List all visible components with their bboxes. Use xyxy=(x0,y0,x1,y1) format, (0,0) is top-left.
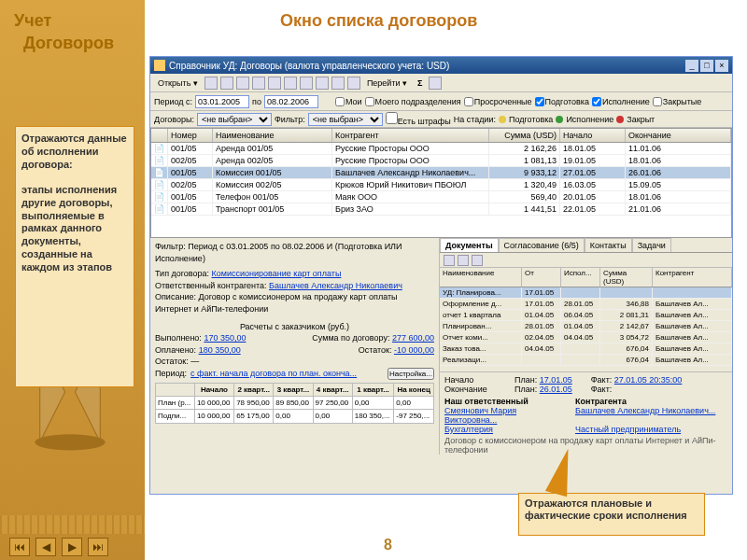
period-filter-bar: Период с: по Мои Моего подразделения Про… xyxy=(150,92,732,111)
doc-row[interactable]: Реализаци...676,04Башлачев Ал... xyxy=(440,355,732,366)
dcol-sum[interactable]: Сумма (USD) xyxy=(600,268,653,287)
doc-row[interactable]: Оформление д...17.01.0528.01.05346,88Баш… xyxy=(440,299,732,310)
fines-checkbox[interactable]: Есть штрафы xyxy=(386,112,451,126)
toolbar-icon-9[interactable] xyxy=(331,77,345,90)
done-link[interactable]: 170 350,00 xyxy=(204,333,246,343)
contracts-grid: Номер Наименование Контрагент Сумма (USD… xyxy=(150,128,732,238)
period-link[interactable]: с факт. начала договора по план. оконча.… xyxy=(190,368,384,380)
stage-exec: Исполнение xyxy=(566,115,613,124)
col-number[interactable]: Номер xyxy=(168,129,213,142)
dcol-name[interactable]: Наименование xyxy=(440,268,522,287)
doc-row[interactable]: УД: Планирова...17.01.05 xyxy=(440,287,732,299)
mysub-checkbox[interactable]: Моего подразделения xyxy=(365,97,461,106)
nav-prev[interactable]: ◀ xyxy=(35,538,56,556)
doc-row[interactable]: отчет 1 квартала01.04.0506.04.052 081,31… xyxy=(440,310,732,321)
doc-row[interactable]: Отчет коми...02.04.0504.04.053 054,72Баш… xyxy=(440,332,732,343)
col-end[interactable]: Окончание xyxy=(626,129,731,142)
window-title: Справочник УД: Договоры (валюта управлен… xyxy=(169,61,449,71)
calc-table: Начало2 кварт...3 кварт...4 кварт...1 кв… xyxy=(155,383,434,424)
tab-approval[interactable]: Согласование (6/5) xyxy=(499,238,585,252)
details-left: Фильтр: Период с 03.01.2005 по 08.02.200… xyxy=(150,238,440,455)
nav-next[interactable]: ▶ xyxy=(62,538,82,556)
closed-checkbox[interactable]: Закрытые xyxy=(653,97,701,106)
tab-contacts[interactable]: Контакты xyxy=(585,238,632,252)
toolbar-icon-5[interactable] xyxy=(268,77,281,90)
paid-link[interactable]: 180 350,00 xyxy=(199,345,241,355)
toolbar-icon-4[interactable] xyxy=(252,77,265,90)
app-window: Справочник УД: Договоры (валюта управлен… xyxy=(149,56,733,495)
callout-bottom: Отражаются плановые и фактические сроки … xyxy=(518,493,705,536)
toolbar-icon-6[interactable] xyxy=(284,77,297,90)
our-resp-link[interactable]: Смеянович Мария Викторовна... xyxy=(444,406,566,425)
plan-end-link[interactable]: 26.01.05 xyxy=(540,385,572,394)
nav-last[interactable]: ⏭ xyxy=(88,538,108,556)
toolbar-icon-7[interactable] xyxy=(300,77,313,90)
toolbar-icon-1[interactable] xyxy=(204,77,218,90)
date-to-input[interactable] xyxy=(264,95,318,108)
entity-link[interactable]: Частный предприниматель xyxy=(575,425,681,434)
col-icon[interactable] xyxy=(151,129,168,142)
sum-link[interactable]: 277 600,00 xyxy=(392,333,434,343)
open-button[interactable]: Открыть ▾ xyxy=(154,77,202,89)
my-checkbox[interactable]: Мои xyxy=(335,97,362,106)
grid-row[interactable]: 📄002/05Аренда 002/05Русские Просторы ООО… xyxy=(151,155,731,167)
dcol-exec[interactable]: Испол... xyxy=(561,268,600,287)
filter-select[interactable]: <не выбран> xyxy=(308,113,383,126)
grid-row[interactable]: 📄001/05Телефон 001/05Маяк ООО569,4020.01… xyxy=(151,191,731,203)
settings-button[interactable]: Настройка... xyxy=(388,368,434,380)
date-picker-icon[interactable] xyxy=(321,96,332,107)
window-titlebar[interactable]: Справочник УД: Договоры (валюта управлен… xyxy=(150,57,732,74)
grid-row[interactable]: 📄001/05Аренда 001/05Русские Просторы ООО… xyxy=(151,143,731,155)
contract-type-link[interactable]: Комиссионирование карт оплаты xyxy=(212,269,342,278)
docs-toolbar xyxy=(440,253,732,268)
grid-row[interactable]: 📄001/05Комиссия 001/05Башлачев Александр… xyxy=(151,167,731,179)
close-button[interactable]: × xyxy=(715,60,728,72)
nav-first[interactable]: ⏮ xyxy=(9,538,30,556)
docs-tool-3[interactable] xyxy=(472,255,483,266)
dcol-ctr[interactable]: Контрагент xyxy=(653,268,732,287)
app-icon xyxy=(154,60,165,71)
date-from-input[interactable] xyxy=(195,95,249,108)
tab-tasks[interactable]: Задачи xyxy=(632,238,671,252)
toolbar-icon-2[interactable] xyxy=(220,77,233,90)
exec-checkbox[interactable]: Исполнение xyxy=(592,97,650,106)
col-start[interactable]: Начало xyxy=(560,129,626,142)
stage-prep: Подготовка xyxy=(509,115,553,124)
plan-start-link[interactable]: 17.01.05 xyxy=(540,375,572,385)
grid-row[interactable]: 📄002/05Комиссия 002/05Крюков Юрий Никито… xyxy=(151,179,731,191)
toolbar: Открыть ▾ Перейти ▾ Σ xyxy=(150,74,732,92)
doc-row[interactable]: Заказ това...04.04.05676,04Башлачев Ал..… xyxy=(440,343,732,355)
svg-point-1 xyxy=(35,434,105,450)
callout-left: Отражаются данные об исполнении договора… xyxy=(15,126,134,387)
goto-button[interactable]: Перейти ▾ xyxy=(363,77,411,89)
toolbar-icon-3[interactable] xyxy=(236,77,249,90)
overdue-checkbox[interactable]: Просроченные xyxy=(464,97,532,106)
doc-row[interactable]: Планирован...28.01.0501.04.052 142,67Баш… xyxy=(440,321,732,332)
section-title-2: Договоров xyxy=(23,34,114,53)
callout-pointer xyxy=(551,448,588,495)
grid-header: Номер Наименование Контрагент Сумма (USD… xyxy=(151,129,731,143)
prep-checkbox[interactable]: Подготовка xyxy=(535,97,589,106)
rest-link[interactable]: -10 000,00 xyxy=(394,345,434,355)
fact-start-link[interactable]: 27.01.05 20:35:00 xyxy=(614,375,683,385)
col-sum[interactable]: Сумма (USD) xyxy=(489,129,560,142)
dcol-from[interactable]: От xyxy=(522,268,561,287)
tab-documents[interactable]: Документы xyxy=(440,238,499,252)
docs-tool-1[interactable] xyxy=(444,255,455,266)
toolbar-icon-help[interactable] xyxy=(429,77,442,90)
toolbar-icon-10[interactable] xyxy=(347,77,360,90)
grid-row[interactable]: 📄001/05Транспорт 001/05Бриз ЗАО1 441,512… xyxy=(151,203,731,216)
contracts-select[interactable]: <не выбран> xyxy=(197,113,272,126)
col-name[interactable]: Наименование xyxy=(213,129,332,142)
responsible-link[interactable]: Башлачев Александр Николаевич xyxy=(269,281,402,290)
docs-tool-2[interactable] xyxy=(458,255,469,266)
minimize-button[interactable]: _ xyxy=(685,60,698,72)
stage-closed: Закрыт xyxy=(627,115,655,124)
dept-link[interactable]: Бухгалтерия xyxy=(444,425,566,434)
toolbar-icon-8[interactable] xyxy=(316,77,329,90)
col-contr[interactable]: Контрагент xyxy=(332,129,489,142)
ctr-resp-link[interactable]: Башлачев Александр Николаевич... xyxy=(575,406,715,425)
maximize-button[interactable]: □ xyxy=(700,60,713,72)
details-pane: Фильтр: Период с 03.01.2005 по 08.02.200… xyxy=(150,238,732,455)
sum-button[interactable]: Σ xyxy=(414,77,426,89)
